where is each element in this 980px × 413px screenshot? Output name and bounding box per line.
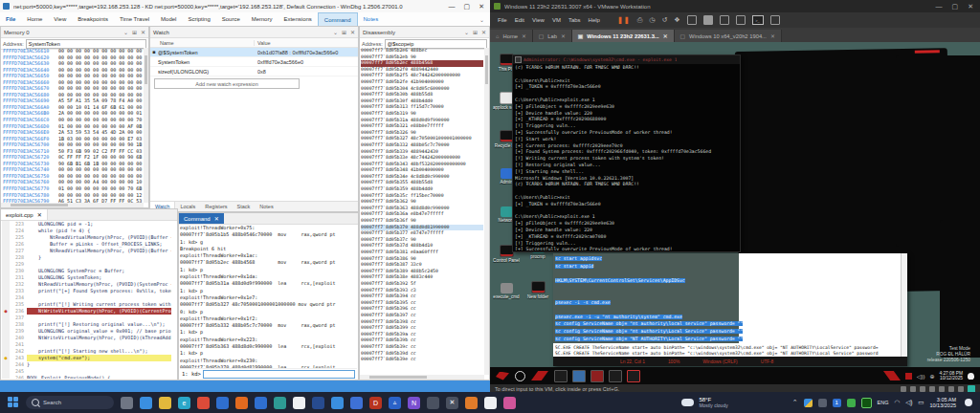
wifi-icon[interactable]: ◠ [894, 399, 900, 406]
ribbon-tab[interactable]: Extensions [278, 12, 317, 26]
popout-icon[interactable]: ⊞ [473, 29, 478, 35]
close-icon[interactable]: ✕ [561, 33, 566, 39]
close-icon[interactable]: ✕ [37, 211, 42, 218]
breakpoint-marker-icon[interactable]: ● [2, 375, 10, 379]
vm-taskbar-app-icon[interactable] [627, 370, 640, 382]
vm-taskbar-app-icon[interactable] [609, 370, 622, 382]
vm-tab[interactable]: ▢ Windows 10 x64_v20h2 1904... ✕ [675, 30, 782, 42]
taskbar-app-icon[interactable]: ▵ [389, 397, 401, 409]
menu-item[interactable]: Tabs [568, 17, 581, 23]
breakpoint-marker-icon[interactable]: ● [2, 254, 10, 261]
minimize-icon[interactable]: — [936, 3, 943, 11]
breakpoint-marker-icon[interactable]: ● [2, 301, 10, 308]
taskbar-app-icon[interactable] [121, 397, 133, 409]
snapshot-take-icon[interactable]: ◷ [649, 16, 655, 24]
watch-row[interactable]: SystemToken 0xffffd70e3ac566e0 [150, 57, 358, 67]
pause-icon[interactable]: ❚❚ [617, 16, 631, 24]
show-thumbnail-icon[interactable] [703, 15, 713, 25]
language-indicator[interactable]: ENG [878, 400, 889, 405]
menu-item[interactable]: Edit [515, 17, 524, 23]
ribbon-collapse-icon[interactable]: ⌄ [474, 12, 490, 26]
vm-notification-icon[interactable] [968, 373, 974, 380]
taskbar-app-icon[interactable] [427, 397, 439, 409]
desktop-icon[interactable]: New folder [524, 281, 551, 299]
tray-app-icon[interactable] [818, 399, 827, 407]
start-button[interactable] [8, 397, 19, 408]
memory-address-input[interactable]: SystemToken [26, 39, 146, 49]
ribbon-tab[interactable]: Command [318, 12, 358, 26]
vm-screen[interactable]: This PC applock service Recycle Bin [490, 42, 980, 384]
breakpoint-marker-icon[interactable]: ● [2, 328, 10, 335]
dock-tab[interactable]: Registers [200, 202, 232, 211]
close-icon[interactable]: ✕ [522, 33, 526, 39]
ribbon-tab[interactable]: Notes [358, 12, 385, 26]
breakpoint-marker-icon[interactable]: ● [2, 274, 10, 281]
source-code[interactable]: ● 223 ULONGLONG pid = -1; ● 224 while (p… [2, 221, 171, 379]
command-output[interactable]: exploit!ThreadWorker+0x75: 00007ff7`8d05… [180, 225, 352, 368]
vm-notepad-window[interactable]: sc start appidsvc sc start appid HKLM\SY… [553, 253, 907, 366]
menu-item[interactable]: Help [589, 17, 600, 23]
watch-row[interactable]: ◼ @$SystemToken 0xb1d07fa88 : 0xffffd70e… [150, 48, 358, 57]
taskbar-app-icon[interactable] [255, 397, 267, 409]
tray-app-icon[interactable]: 1 [833, 399, 841, 407]
menu-item[interactable]: VM [552, 17, 561, 23]
disassembly-listing[interactable]: 00007ff7`8d05b2e6 488bec 00007ff7`8d05b2… [361, 48, 483, 374]
memory-dump[interactable]: FFFFD70E3AC56610 00 00 00 00 00 00 00 00… [1, 48, 144, 203]
breakpoint-marker-icon[interactable]: ● [2, 361, 10, 368]
vm-tab[interactable]: ⌂ Home ✕ [490, 30, 533, 42]
breakpoint-marker-icon[interactable]: ● [2, 321, 10, 328]
taskbar-app-icon[interactable] [159, 397, 171, 409]
network-icon[interactable]: ⊕ [929, 373, 934, 380]
volume-icon[interactable]: ◁)) [917, 373, 925, 380]
vm-taskbar-app-icon[interactable] [554, 370, 568, 382]
ribbon-tab[interactable]: File [0, 12, 21, 26]
unity-icon[interactable] [736, 15, 746, 25]
breakpoint-marker-icon[interactable]: ● [2, 268, 10, 274]
vm-tab[interactable]: ▢ Lab ✕ [533, 30, 572, 42]
breakpoint-marker-icon[interactable]: ● [2, 261, 10, 268]
expander-icon[interactable]: ◼ [150, 50, 158, 54]
volume-icon[interactable]: ◁) [905, 399, 912, 406]
breakpoint-marker-icon[interactable]: ● [2, 221, 10, 228]
snapshot-revert-icon[interactable]: ↺ [661, 16, 667, 24]
taskbar-app-icon[interactable] [350, 397, 363, 409]
minimize-icon[interactable]: — [449, 3, 456, 11]
desktop-icon[interactable]: execute_cmd [493, 283, 520, 299]
breakpoint-marker-icon[interactable]: ● [2, 288, 10, 294]
console-titlebar[interactable]: Administrator: C:\Windows\system32\cmd.e… [513, 55, 740, 64]
host-clock[interactable]: 3:05 AM 10/13/2025 [929, 397, 956, 409]
source-tab[interactable]: exploit.cpp ✕ [1, 209, 48, 220]
taskbar-app-icon[interactable]: N [408, 397, 420, 409]
dropdown-icon[interactable]: ⌄ [333, 29, 338, 35]
close-icon[interactable]: ✕ [141, 29, 145, 35]
memory-hscrollbar[interactable] [1, 203, 144, 207]
breakpoint-marker-icon[interactable]: ● [2, 348, 10, 355]
close-icon[interactable]: ✕ [214, 215, 219, 222]
taskbar-app-icon[interactable]: e [178, 397, 190, 409]
close-icon[interactable]: ✕ [663, 33, 668, 39]
dock-tab[interactable]: Stack [233, 202, 256, 211]
disassembly-address-input[interactable]: @$scopeip [385, 39, 487, 49]
maximize-icon[interactable]: ▢ [952, 3, 959, 11]
close-icon[interactable]: ✕ [968, 3, 973, 11]
breakpoint-marker-icon[interactable]: ● [2, 294, 10, 301]
notepad-text[interactable]: sc start appidsvc sc start appid HKLM\SY… [555, 255, 900, 343]
breakpoint-marker-icon[interactable]: ● [2, 368, 10, 375]
taskbar-app-icon[interactable]: D [369, 397, 382, 409]
watch-row[interactable]: sizeof(ULONGLONG) 0x8 [150, 67, 358, 76]
popout-icon[interactable]: ⊞ [132, 29, 137, 35]
notepad-scrollbar[interactable] [901, 253, 907, 357]
taskbar-app-icon[interactable]: ✕ [446, 397, 458, 409]
taskbar-app-icon[interactable] [235, 397, 248, 409]
taskbar-app-icon[interactable] [503, 397, 516, 409]
breakpoint-marker-icon[interactable]: ● [2, 281, 10, 288]
memory-vscrollbar[interactable] [144, 48, 148, 203]
weather-widget[interactable]: 58°F Mostly cloudy [681, 397, 727, 409]
breakpoint-marker-icon[interactable]: ● [2, 234, 10, 241]
add-watch-button[interactable]: Add new watch expression [154, 78, 300, 89]
taskbar-app-icon[interactable] [331, 397, 344, 409]
ribbon-tab[interactable]: View [48, 12, 72, 26]
free-stretch-icon[interactable] [770, 15, 780, 25]
breakpoint-marker-icon[interactable]: ● [2, 308, 10, 315]
command-input[interactable] [203, 370, 355, 379]
